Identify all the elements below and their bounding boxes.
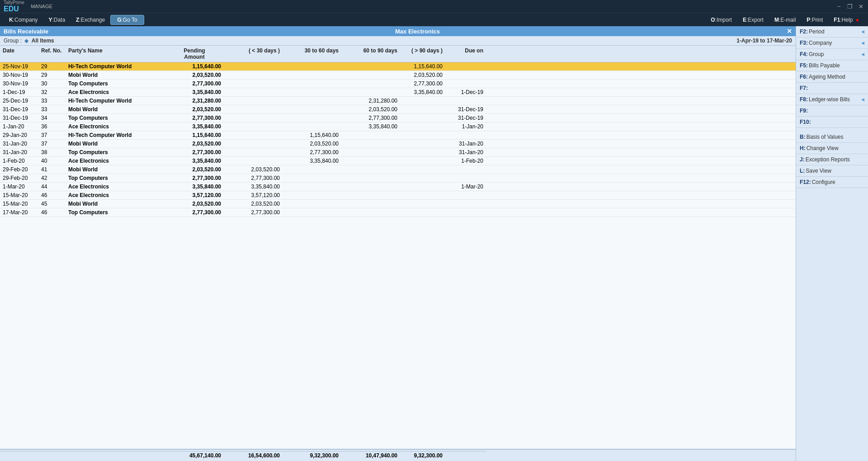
td-dueon: 31-Jan-20 (445, 140, 486, 148)
window-controls: − ❐ ✕ (835, 3, 864, 10)
sidebar-label: Change View (807, 145, 839, 151)
td-30to60 (283, 62, 341, 71)
th-lt30: ( < 30 days ) (224, 47, 283, 61)
table-row[interactable]: 25-Nov-19 29 Hi-Tech Computer World 1,15… (0, 62, 796, 71)
table-row[interactable]: 15-Mar-20 45 Mobi World 2,03,520.00 2,03… (0, 200, 796, 208)
td-lt30 (224, 105, 283, 113)
tf-lt30: 16,54,600.00 (224, 451, 283, 460)
minimize-button[interactable]: − (835, 3, 843, 10)
table-row[interactable]: 29-Jan-20 37 Hi-Tech Computer World 1,15… (0, 131, 796, 140)
close-report-button[interactable]: ✕ (787, 28, 792, 35)
sidebar-item-f6[interactable]: F6:Ageing Method (796, 71, 868, 83)
menu-email[interactable]: M:E-mail (769, 15, 801, 25)
sidebar-item-j[interactable]: J:Exception Reports (796, 154, 868, 165)
td-lt30 (224, 140, 283, 148)
table-row[interactable]: 29-Feb-20 41 Mobi World 2,03,520.00 2,03… (0, 165, 796, 174)
td-party: Ace Electronics (66, 183, 165, 191)
menu-help[interactable]: F1:Help ● (828, 15, 864, 25)
menu-print[interactable]: P:Print (801, 15, 828, 25)
sidebar-item-f3[interactable]: F3:Company◀ (796, 38, 868, 49)
td-60to90 (341, 148, 400, 156)
sidebar-item-l[interactable]: L:Save View (796, 165, 868, 177)
sidebar-item-b[interactable]: B:Basis of Values (796, 132, 868, 143)
table-row[interactable]: 17-Mar-20 46 Top Computers 2,77,300.00 2… (0, 208, 796, 217)
td-dueon (445, 97, 486, 105)
sidebar-item-f8[interactable]: F8:Ledger-wise Bills◀ (796, 94, 868, 105)
td-60to90: 2,31,280.00 (341, 97, 400, 105)
menu-email-label: E-mail (780, 17, 796, 23)
table-row[interactable]: 1-Mar-20 44 Ace Electronics 3,35,840.00 … (0, 183, 796, 191)
td-pending: 2,77,300.00 (165, 174, 224, 182)
restore-button[interactable]: ❐ (846, 3, 854, 10)
table-row[interactable]: 30-Nov-19 30 Top Computers 2,77,300.00 2… (0, 80, 796, 88)
td-lt30 (224, 131, 283, 139)
sidebar-item-f5[interactable]: F5:Bills Payable (796, 60, 868, 71)
td-dueon (445, 80, 486, 88)
td-60to90 (341, 140, 400, 148)
table-row[interactable]: 31-Jan-20 38 Top Computers 2,77,300.00 2… (0, 148, 796, 157)
sidebar-item-f2[interactable]: F2:Period◀ (796, 26, 868, 38)
td-party: Ace Electronics (66, 88, 165, 96)
table-row[interactable]: 1-Jan-20 36 Ace Electronics 3,35,840.00 … (0, 122, 796, 131)
tally-logo: TallyPrime EDU (4, 0, 24, 13)
th-date: Date (0, 47, 38, 61)
sidebar-key: F7: (800, 85, 808, 91)
td-date: 31-Dec-19 (0, 105, 38, 113)
menu-exchange[interactable]: Z:Exchange (71, 15, 110, 25)
td-gt90 (400, 140, 445, 148)
table-row[interactable]: 1-Dec-19 32 Ace Electronics 3,35,840.00 … (0, 88, 796, 97)
menu-data[interactable]: Y:Data (43, 15, 71, 25)
sidebar-key: B: (800, 134, 806, 140)
table-row[interactable]: 1-Feb-20 40 Ace Electronics 3,35,840.00 … (0, 157, 796, 165)
td-ref: 36 (38, 122, 66, 131)
report-header: Bills Receivable Max Electronics ✕ (0, 26, 796, 36)
menu-export[interactable]: E:Export (737, 15, 769, 25)
sidebar-item-h[interactable]: H:Change View (796, 143, 868, 154)
td-dueon: 31-Dec-19 (445, 105, 486, 113)
td-60to90 (341, 157, 400, 165)
table-row[interactable]: 31-Jan-20 37 Mobi World 2,03,520.00 2,03… (0, 140, 796, 148)
td-lt30 (224, 62, 283, 71)
sidebar-key: F5: (800, 62, 808, 69)
tf-ref (38, 451, 66, 460)
td-60to90 (341, 88, 400, 96)
menu-company-label: Company (14, 17, 38, 23)
menu-company[interactable]: K:Company (4, 15, 43, 25)
td-lt30: 3,57,120.00 (224, 191, 283, 199)
table-row[interactable]: 31-Dec-19 33 Mobi World 2,03,520.00 2,03… (0, 105, 796, 114)
menu-help-label: Help (842, 17, 853, 23)
sidebar-label: Bills Payable (809, 62, 840, 69)
td-gt90: 2,03,520.00 (400, 71, 445, 79)
arrow-icon: ◀ (861, 41, 864, 45)
group-info: Group : ◆ All Items (4, 38, 54, 44)
td-ref: 33 (38, 97, 66, 105)
td-pending: 2,77,300.00 (165, 148, 224, 156)
table-row[interactable]: 25-Dec-19 33 Hi-Tech Computer World 2,31… (0, 97, 796, 105)
sidebar-item-f12[interactable]: F12:Configure (796, 177, 868, 188)
menu-import[interactable]: O:Import (705, 15, 737, 25)
td-party: Hi-Tech Computer World (66, 97, 165, 105)
group-value: All Items (32, 38, 54, 44)
table-row[interactable]: 29-Feb-20 42 Top Computers 2,77,300.00 2… (0, 174, 796, 183)
td-date: 25-Nov-19 (0, 62, 38, 71)
sidebar-item-f4[interactable]: F4:Group◀ (796, 49, 868, 60)
td-gt90 (400, 157, 445, 165)
company-name: Max Electronics (395, 28, 440, 35)
sidebar-key: J: (800, 156, 805, 163)
td-date: 31-Jan-20 (0, 148, 38, 156)
td-gt90 (400, 148, 445, 156)
menu-goto-label: Go To (123, 17, 137, 23)
table-row[interactable]: 31-Dec-19 34 Top Computers 2,77,300.00 2… (0, 114, 796, 122)
td-gt90 (400, 174, 445, 182)
table-row[interactable]: 30-Nov-19 29 Mobi World 2,03,520.00 2,03… (0, 71, 796, 80)
close-window-button[interactable]: ✕ (857, 3, 864, 10)
td-ref: 44 (38, 183, 66, 191)
td-party: Mobi World (66, 105, 165, 113)
table-row[interactable]: 15-Mar-20 46 Ace Electronics 3,57,120.00… (0, 191, 796, 200)
td-dueon (445, 131, 486, 139)
td-pending: 3,35,840.00 (165, 122, 224, 131)
td-60to90: 2,03,520.00 (341, 105, 400, 113)
menu-goto[interactable]: G:Go To (110, 15, 144, 25)
td-30to60 (283, 105, 341, 113)
td-dueon (445, 165, 486, 174)
